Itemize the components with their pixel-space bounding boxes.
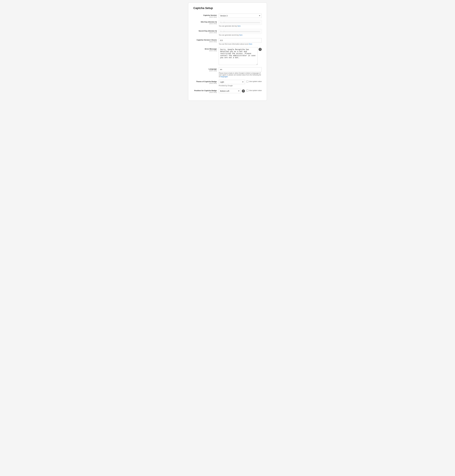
secret-key-note: You can generate secret key here [219, 34, 262, 36]
position-row: Position for Captcha Badge [store view] … [193, 89, 262, 93]
theme-label: Theme of Captcha Badge [193, 81, 217, 82]
captcha-version-label: Captcha Version [193, 14, 217, 16]
position-use-system-checkbox[interactable] [246, 90, 248, 91]
theme-row: Theme of Captcha Badge [store view] Ligh… [193, 80, 262, 87]
score-full-row: Captcha Version 3 Score [store view] You… [193, 38, 262, 45]
error-message-input-row: Sorry, Google Recaptcha has detected you… [219, 47, 262, 65]
secret-key-sublabel: [store view] [193, 32, 217, 33]
site-key-input[interactable] [219, 20, 262, 24]
theme-use-system-col: Use system value [245, 80, 262, 82]
theme-select-wrapper: Light Dark [219, 80, 245, 84]
theme-input-col: Light Dark Provided by Google [219, 80, 245, 87]
score-label-col: Captcha Version 3 Score [store view] [193, 38, 219, 42]
position-use-system-col: Use system value [245, 89, 262, 91]
secret-key-link[interactable]: here [239, 34, 242, 36]
captcha-version-select[interactable]: Version 3 Version 2 [219, 14, 262, 18]
language-full-row: Language [store view] Please leave empty… [193, 67, 262, 78]
error-message-label: Error Message [193, 48, 217, 50]
position-label-col: Position for Captcha Badge [store view] [193, 89, 219, 93]
secret-key-row: Secret Key (Version 3) [store view] You … [193, 29, 262, 36]
captcha-version-input-col: Version 3 Version 2 [219, 14, 262, 18]
language-link[interactable]: languages [220, 76, 228, 78]
secret-key-label: Secret Key (Version 3) [193, 30, 217, 32]
captcha-version-sublabel: [store view] [193, 16, 217, 18]
language-note: Please leave empty to allow Google to de… [219, 72, 262, 78]
score-row: Captcha Version 3 Score [store view] You… [193, 38, 262, 45]
language-label: Language [193, 68, 217, 70]
error-message-textarea[interactable]: Sorry, Google Recaptcha has detected you… [219, 47, 258, 65]
secret-key-input[interactable] [219, 29, 262, 33]
captcha-setup-container: Captcha Setup Captcha Version [store vie… [188, 2, 267, 101]
position-sublabel: [store view] [193, 91, 217, 93]
language-input-col: Please leave empty to allow Google to de… [219, 67, 262, 78]
captcha-version-select-wrapper: Version 3 Version 2 [219, 14, 262, 18]
captcha-version-row: Captcha Version [store view] Version 3 V… [193, 14, 262, 18]
theme-use-system-label: Use system value [249, 81, 262, 82]
theme-label-col: Theme of Captcha Badge [store view] [193, 80, 219, 84]
score-note: You can find more information about scor… [219, 43, 262, 45]
position-select-wrapper: Bottom Left Bottom Right Inline [219, 89, 241, 93]
position-select[interactable]: Bottom Left Bottom Right Inline [219, 89, 241, 93]
error-message-row: Error Message [store view] Sorry, Google… [193, 47, 262, 65]
position-use-system-label: Use system value [249, 89, 262, 91]
language-input[interactable] [219, 67, 262, 72]
theme-sublabel: [store view] [193, 82, 217, 84]
site-key-link[interactable]: here [237, 25, 241, 27]
theme-use-system-checkbox[interactable] [246, 81, 248, 82]
site-key-label-col: Site Key (Version 3) [store view] [193, 20, 219, 24]
error-message-input-col: Sorry, Google Recaptcha has detected you… [219, 47, 262, 65]
position-help-icon[interactable]: ? [242, 89, 245, 93]
error-message-label-col: Error Message [store view] [193, 47, 219, 51]
site-key-sublabel: [store view] [193, 23, 217, 24]
score-link[interactable]: here [249, 43, 252, 45]
position-input-col: Bottom Left Bottom Right Inline ? [219, 89, 245, 93]
position-use-system-row: Use system value [246, 89, 262, 91]
theme-select[interactable]: Light Dark [219, 80, 245, 84]
position-input-row: Bottom Left Bottom Right Inline ? [219, 89, 245, 93]
theme-use-system-row: Use system value [246, 81, 262, 82]
error-message-sublabel: [store view] [193, 50, 217, 51]
site-key-label: Site Key (Version 3) [193, 21, 217, 23]
score-input-col: You can find more information about scor… [219, 38, 262, 45]
site-key-row: Site Key (Version 3) [store view] You ca… [193, 20, 262, 27]
form-section: Captcha Version [store view] Version 3 V… [193, 14, 262, 96]
score-label: Captcha Version 3 Score [193, 39, 217, 41]
score-sublabel: [store view] [193, 41, 217, 42]
secret-key-input-col: You can generate secret key here [219, 29, 262, 36]
captcha-version-label-col: Captcha Version [store view] [193, 14, 219, 18]
secret-key-label-col: Secret Key (Version 3) [store view] [193, 29, 219, 33]
language-sublabel: [store view] [193, 70, 217, 72]
language-label-col: Language [store view] [193, 67, 219, 72]
position-label: Position for Captcha Badge [193, 90, 217, 91]
score-input[interactable] [219, 38, 262, 42]
page-title: Captcha Setup [193, 7, 262, 10]
error-message-help-icon[interactable]: ? [259, 48, 262, 51]
secret-key-full-row: Secret Key (Version 3) [store view] You … [193, 29, 262, 36]
site-key-full-row: Site Key (Version 3) [store view] You ca… [193, 20, 262, 27]
site-key-note: You can generate site key here [219, 25, 262, 27]
theme-full-row: Theme of Captcha Badge [store view] Ligh… [193, 80, 262, 87]
language-row: Language [store view] Please leave empty… [193, 67, 262, 78]
site-key-input-col: You can generate site key here [219, 20, 262, 27]
theme-note: Provided by Google [219, 85, 245, 87]
